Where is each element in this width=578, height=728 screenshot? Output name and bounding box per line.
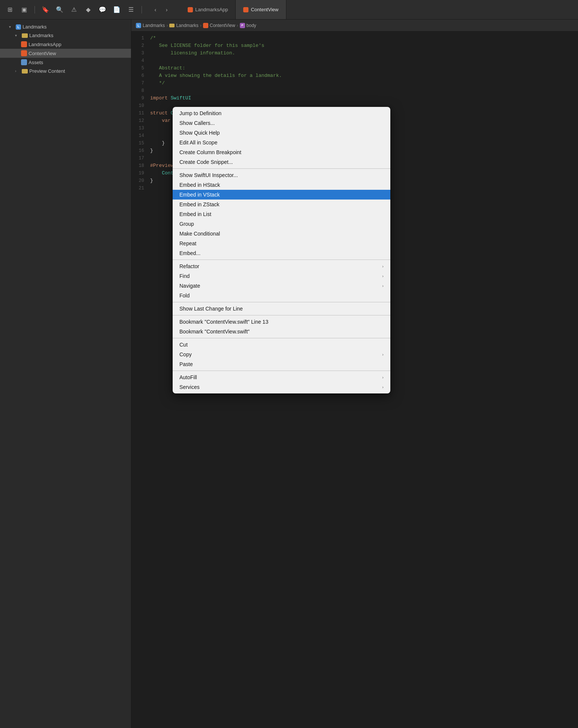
menu-item-bookmark-file[interactable]: Bookmark "ContentView.swift" — [173, 327, 390, 336]
menu-item-embed-zstack[interactable]: Embed in ZStack — [173, 200, 390, 209]
menu-sep-4 — [173, 315, 390, 315]
menu-item-bookmark-line13[interactable]: Bookmark "ContentView.swift" Line 13 — [173, 317, 390, 327]
menu-item-embed-list[interactable]: Embed in List — [173, 209, 390, 219]
menu-item-show-swiftui-inspector[interactable]: Show SwiftUI Inspector... — [173, 170, 390, 180]
menu-sep-2 — [173, 260, 390, 260]
menu-sep-6 — [173, 371, 390, 371]
menu-item-jump-to-definition[interactable]: Jump to Definition — [173, 108, 390, 118]
menu-item-services[interactable]: Services › — [173, 382, 390, 392]
arrow-icon-navigate: › — [382, 284, 384, 288]
arrow-icon-autofill: › — [382, 375, 384, 380]
menu-item-group[interactable]: Group — [173, 219, 390, 229]
menu-item-autofill[interactable]: AutoFill › — [173, 372, 390, 382]
arrow-icon-copy: › — [382, 352, 384, 357]
menu-item-copy[interactable]: Copy › — [173, 350, 390, 359]
menu-item-embed-vstack[interactable]: Embed in VStack — [173, 190, 390, 200]
menu-item-show-callers[interactable]: Show Callers... — [173, 118, 390, 128]
menu-item-show-last-change[interactable]: Show Last Change for Line — [173, 304, 390, 314]
menu-item-embed[interactable]: Embed... — [173, 248, 390, 258]
arrow-icon-find: › — [382, 274, 384, 278]
menu-item-create-column-breakpoint[interactable]: Create Column Breakpoint — [173, 147, 390, 157]
menu-item-show-quick-help[interactable]: Show Quick Help — [173, 128, 390, 138]
menu-sep-1 — [173, 168, 390, 169]
menu-item-make-conditional[interactable]: Make Conditional — [173, 229, 390, 239]
menu-item-embed-hstack[interactable]: Embed in HStack — [173, 180, 390, 190]
menu-item-refactor[interactable]: Refactor › — [173, 261, 390, 271]
menu-item-edit-all-in-scope[interactable]: Edit All in Scope — [173, 138, 390, 147]
menu-item-create-code-snippet[interactable]: Create Code Snippet... — [173, 157, 390, 167]
context-menu: Jump to Definition Show Callers... Show … — [173, 107, 390, 393]
menu-item-navigate[interactable]: Navigate › — [173, 281, 390, 291]
menu-item-paste[interactable]: Paste — [173, 359, 390, 369]
menu-item-cut[interactable]: Cut — [173, 340, 390, 350]
arrow-icon-refactor: › — [382, 264, 384, 269]
menu-item-fold[interactable]: Fold — [173, 291, 390, 300]
arrow-icon-services: › — [382, 385, 384, 389]
menu-item-find[interactable]: Find › — [173, 271, 390, 281]
menu-sep-5 — [173, 338, 390, 338]
menu-item-repeat[interactable]: Repeat — [173, 239, 390, 248]
menu-sep-3 — [173, 302, 390, 302]
context-menu-overlay: Jump to Definition Show Callers... Show … — [0, 0, 578, 728]
